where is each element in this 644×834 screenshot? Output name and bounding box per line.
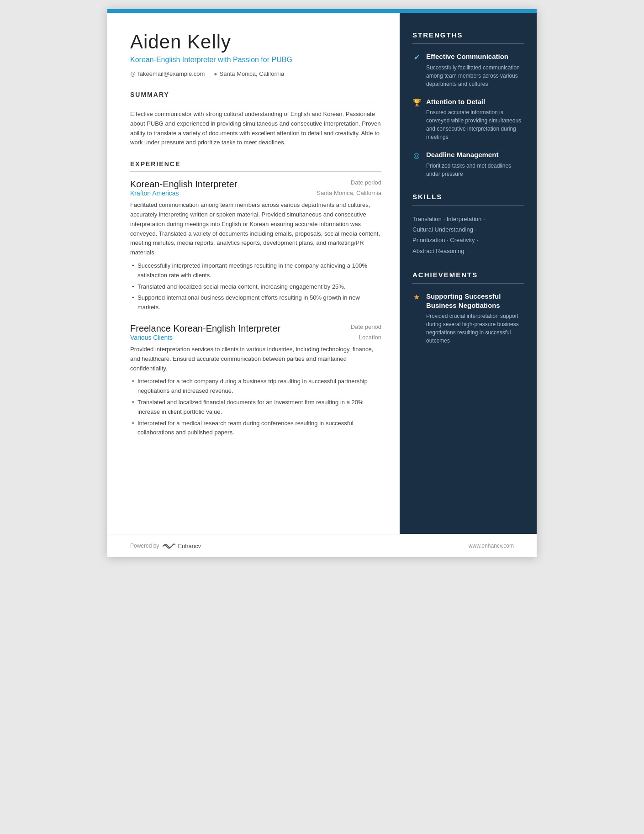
summary-title: SUMMARY xyxy=(130,91,381,98)
footer-left: Powered by Enhancv xyxy=(130,542,201,550)
achievement-desc-1: Provided crucial interpretation support … xyxy=(426,312,524,345)
location-contact: ● Santa Monica, California xyxy=(214,70,284,77)
strengths-section: STRENGTHS ✔ Effective Communication Succ… xyxy=(412,31,524,178)
strength-content-1: Effective Communication Successfully fac… xyxy=(426,52,524,88)
strength-item-1: ✔ Effective Communication Successfully f… xyxy=(412,52,524,88)
summary-text: Effective communicator with strong cultu… xyxy=(130,110,381,148)
top-accent-bar xyxy=(107,9,537,13)
left-column: Aiden Kelly Korean-English Interpreter w… xyxy=(107,13,400,534)
exp-bullets-1: Successfully interpreted important meeti… xyxy=(130,261,381,312)
company-name-2: Various Clients xyxy=(130,334,173,341)
right-column: STRENGTHS ✔ Effective Communication Succ… xyxy=(400,13,537,534)
achievements-section: ACHIEVEMENTS ★ Supporting Successful Bus… xyxy=(412,271,524,345)
strengths-divider xyxy=(412,43,524,44)
resume-body: Aiden Kelly Korean-English Interpreter w… xyxy=(107,13,537,534)
experience-section: EXPERIENCE Korean-English Interpreter Da… xyxy=(130,160,381,438)
target-icon: ◎ xyxy=(412,151,421,160)
email-contact: @ fakeemail@example.com xyxy=(130,70,205,77)
exp-date-1: Date period xyxy=(351,179,381,186)
strengths-title: STRENGTHS xyxy=(412,31,524,39)
candidate-title: Korean-English Interpreter with Passion … xyxy=(130,56,381,64)
strength-content-3: Deadline Management Prioritized tasks an… xyxy=(426,150,524,178)
bullet-2-3: Interpreted for a medical research team … xyxy=(130,419,381,438)
skills-divider xyxy=(412,205,524,206)
exp-bullets-2: Interpreted for a tech company during a … xyxy=(130,377,381,438)
bullet-1-2: Translated and localized social media co… xyxy=(130,282,381,292)
experience-divider xyxy=(130,171,381,172)
strength-content-2: Attention to Detail Ensured accurate inf… xyxy=(426,97,524,142)
job-title-2: Freelance Korean-English Interpreter xyxy=(130,323,280,334)
checkmark-icon: ✔ xyxy=(412,53,421,62)
bullet-1-1: Successfully interpreted important meeti… xyxy=(130,261,381,280)
strength-item-3: ◎ Deadline Management Prioritized tasks … xyxy=(412,150,524,178)
achievement-item-1: ★ Supporting Successful Business Negotia… xyxy=(412,292,524,345)
exp-location-2: Location xyxy=(359,334,381,341)
experience-entry-2: Freelance Korean-English Interpreter Dat… xyxy=(130,323,381,438)
summary-divider xyxy=(130,102,381,102)
experience-title: EXPERIENCE xyxy=(130,160,381,168)
resume-wrapper: Aiden Kelly Korean-English Interpreter w… xyxy=(107,9,537,557)
bullet-2-2: Translated and localized financial docum… xyxy=(130,398,381,417)
exp-header-1: Korean-English Interpreter Date period xyxy=(130,179,381,190)
footer-website: www.enhancv.com xyxy=(469,543,514,549)
exp-header-2: Freelance Korean-English Interpreter Dat… xyxy=(130,323,381,334)
bullet-2-1: Interpreted for a tech company during a … xyxy=(130,377,381,396)
achievements-divider xyxy=(412,283,524,284)
exp-company-row-1: Krafton Americas Santa Monica, Californi… xyxy=(130,190,381,197)
exp-desc-2: Provided interpretation services to clie… xyxy=(130,345,381,373)
skills-list: Translation · Interpretation · Cultural … xyxy=(412,214,524,257)
company-name-1: Krafton Americas xyxy=(130,190,179,197)
strength-desc-3: Prioritized tasks and met deadlines unde… xyxy=(426,162,524,178)
location-text: Santa Monica, California xyxy=(220,70,285,77)
candidate-name: Aiden Kelly xyxy=(130,31,381,53)
email-text: fakeemail@example.com xyxy=(138,70,205,77)
exp-company-row-2: Various Clients Location xyxy=(130,334,381,341)
summary-section: SUMMARY Effective communicator with stro… xyxy=(130,91,381,148)
skills-line-1: Translation · Interpretation · xyxy=(412,214,524,224)
skills-section: SKILLS Translation · Interpretation · Cu… xyxy=(412,193,524,257)
achievement-name-1: Supporting Successful Business Negotiati… xyxy=(426,292,524,310)
star-icon: ★ xyxy=(412,293,421,301)
bullet-1-3: Supported international business develop… xyxy=(130,293,381,312)
exp-desc-1: Facilitated communication among team mem… xyxy=(130,201,381,258)
powered-by-text: Powered by xyxy=(130,543,159,549)
skills-line-3: Prioritization · Creativity · xyxy=(412,235,524,245)
strength-name-1: Effective Communication xyxy=(426,52,524,61)
contact-info: @ fakeemail@example.com ● Santa Monica, … xyxy=(130,70,381,77)
strength-name-2: Attention to Detail xyxy=(426,97,524,106)
strength-item-2: 🏆 Attention to Detail Ensured accurate i… xyxy=(412,97,524,142)
enhancv-logo: Enhancv xyxy=(163,542,201,550)
enhancv-logo-svg xyxy=(163,542,175,550)
footer: Powered by Enhancv www.enhancv.com xyxy=(107,534,537,557)
exp-date-2: Date period xyxy=(351,323,381,330)
brand-name: Enhancv xyxy=(178,543,201,549)
strength-desc-1: Successfully facilitated communication a… xyxy=(426,63,524,88)
header-section: Aiden Kelly Korean-English Interpreter w… xyxy=(130,31,381,77)
job-title-1: Korean-English Interpreter xyxy=(130,179,238,190)
email-icon: @ xyxy=(130,71,136,77)
achievement-content-1: Supporting Successful Business Negotiati… xyxy=(426,292,524,345)
skills-line-2: Cultural Understanding · xyxy=(412,224,524,235)
exp-location-1: Santa Monica, California xyxy=(317,190,381,196)
skills-line-4: Abstract Reasoning xyxy=(412,246,524,256)
experience-entry-1: Korean-English Interpreter Date period K… xyxy=(130,179,381,312)
strength-desc-2: Ensured accurate information is conveyed… xyxy=(426,108,524,141)
achievements-title: ACHIEVEMENTS xyxy=(412,271,524,279)
trophy-icon: 🏆 xyxy=(412,98,421,107)
location-icon: ● xyxy=(214,71,217,77)
strength-name-3: Deadline Management xyxy=(426,150,524,159)
skills-title: SKILLS xyxy=(412,193,524,201)
